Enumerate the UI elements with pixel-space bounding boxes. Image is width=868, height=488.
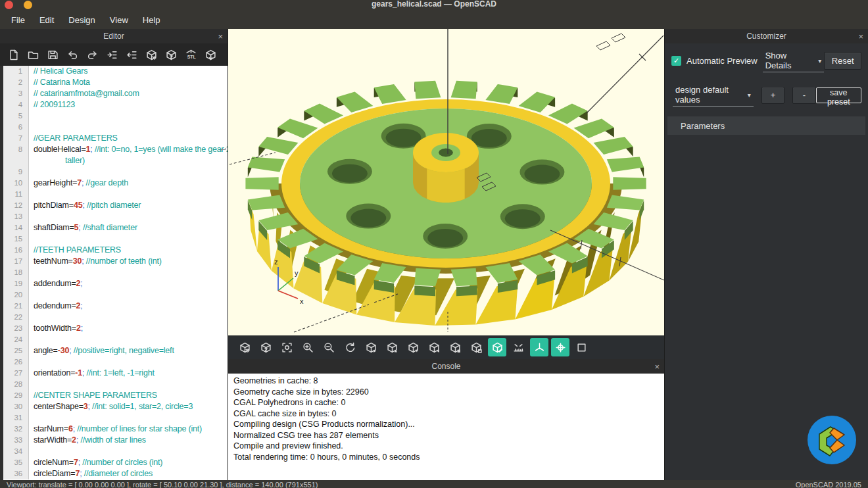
editor-close-icon[interactable]: ×	[218, 29, 223, 43]
show-details-dropdown[interactable]: Show Details ▾	[763, 49, 825, 72]
line-number: 32	[3, 424, 29, 435]
show-edges-button[interactable]	[488, 338, 506, 356]
code-line[interactable]: 10gearHeight=7; //gear depth	[3, 178, 228, 189]
view-back-button[interactable]	[467, 338, 485, 356]
code-line[interactable]: 16//TEETH PARAMETERS	[3, 245, 228, 256]
code-line[interactable]: 24	[3, 334, 228, 345]
view-bottom-button[interactable]	[404, 338, 422, 356]
line-number: 27	[3, 368, 29, 379]
customizer-row-1: ✓ Automatic Preview Show Details ▾ Reset	[665, 43, 868, 78]
code-line[interactable]: 18	[3, 267, 228, 278]
orthogonal-view-button[interactable]	[572, 338, 591, 356]
code-line[interactable]: 6	[3, 122, 228, 133]
code-line[interactable]: 17teethNum=30; //number of teeth (int)	[3, 256, 228, 267]
view-top-button[interactable]	[383, 338, 401, 356]
show-crosshairs-button[interactable]	[551, 338, 569, 356]
line-number: 22	[3, 312, 29, 323]
code-line[interactable]: 22	[3, 312, 228, 323]
code-line[interactable]: 23toothWidth=2;	[3, 323, 228, 334]
code-line[interactable]: 27orientation=-1; //int: 1=left, -1=righ…	[3, 368, 228, 379]
save-file-button[interactable]	[44, 46, 61, 63]
preview-icon	[239, 342, 251, 353]
parameters-section-header[interactable]: Parameters	[667, 116, 865, 135]
customizer-close-icon[interactable]: ×	[858, 29, 863, 43]
render-button[interactable]	[256, 338, 275, 356]
line-number: 21	[3, 301, 29, 312]
code-line[interactable]: 14shaftDiam=5; //shaft diameter	[3, 222, 228, 233]
remove-preset-button[interactable]: -	[792, 87, 815, 104]
code-line[interactable]: 5	[3, 110, 228, 122]
code-line[interactable]: 11	[3, 189, 228, 200]
menu-view[interactable]: View	[103, 12, 135, 28]
code-line[interactable]: 8doubleHelical=1; //int: 0=no, 1=yes (wi…	[3, 144, 228, 155]
redo-button[interactable]	[84, 46, 101, 63]
code-line[interactable]: 29//CENTER SHAPE PARAMETERS	[3, 390, 228, 401]
line-number: 26	[3, 356, 29, 368]
code-line[interactable]: 3// catarinamfmota@gmail.com	[3, 88, 228, 99]
gear-3d-render: zyx	[228, 29, 664, 335]
undo-button[interactable]	[64, 46, 81, 63]
editor-panel-header[interactable]: Editor ×	[0, 29, 228, 43]
export-stl-button[interactable]: STL	[182, 46, 199, 63]
customizer-panel-header[interactable]: Customizer ×	[665, 29, 868, 43]
preset-dropdown[interactable]: design default values ▾	[673, 84, 754, 107]
view-bottom-icon	[408, 342, 419, 353]
code-line[interactable]: 12pitchDiam=45; //pitch diameter	[3, 200, 228, 211]
code-line[interactable]: 7//GEAR PARAMETERS	[3, 133, 228, 144]
code-line[interactable]: 1// Helical Gears	[3, 66, 228, 77]
view-all-button[interactable]	[277, 338, 296, 356]
code-line[interactable]: 20	[3, 289, 228, 301]
code-line[interactable]: 4// 20091123	[3, 99, 228, 110]
line-number: 2	[3, 77, 29, 88]
console-panel-header[interactable]: Console ×	[228, 359, 664, 374]
console-close-icon[interactable]: ×	[654, 359, 660, 374]
menu-help[interactable]: Help	[135, 12, 168, 28]
send-to-printer-button[interactable]	[202, 46, 219, 63]
save-preset-button[interactable]: save preset	[816, 87, 861, 103]
menu-edit[interactable]: Edit	[32, 12, 61, 28]
automatic-preview-checkbox[interactable]: ✓	[671, 56, 681, 66]
code-line[interactable]: 2// Catarina Mota	[3, 77, 228, 88]
zoom-out-button[interactable]	[320, 338, 338, 356]
menu-file[interactable]: File	[4, 12, 32, 28]
render-button[interactable]	[162, 46, 180, 63]
indent-button[interactable]	[103, 46, 120, 63]
code-editor[interactable]: 1// Helical Gears2// Catarina Mota3// ca…	[0, 66, 228, 480]
code-line[interactable]: 9	[3, 166, 228, 178]
new-file-button[interactable]	[5, 46, 22, 63]
code-line[interactable]: 32starNum=6; //number of lines for star …	[3, 424, 228, 435]
code-line[interactable]: 25angle=-30; //positive=right, negative=…	[3, 345, 228, 356]
show-axes-button[interactable]	[530, 338, 548, 356]
show-scale-markers-button[interactable]	[509, 338, 527, 356]
show-axes-icon	[534, 342, 545, 353]
center-column: zyx Console × Geometries in cache: 8Geom…	[228, 29, 664, 480]
code-line[interactable]: 15	[3, 233, 228, 245]
code-line[interactable]: 28	[3, 379, 228, 390]
code-line[interactable]: taller)	[3, 155, 228, 166]
zoom-in-button[interactable]	[299, 338, 317, 356]
code-line[interactable]: 19addendum=2;	[3, 278, 228, 289]
code-line[interactable]: 30centerShape=3; //int: solid=1, star=2,…	[3, 401, 228, 412]
reset-view-button[interactable]	[341, 338, 359, 356]
add-preset-button[interactable]: +	[761, 87, 784, 104]
3d-viewport[interactable]: zyx	[228, 29, 664, 335]
preview-button[interactable]	[235, 338, 254, 356]
view-right-button[interactable]	[362, 338, 380, 356]
code-line[interactable]: 26	[3, 356, 228, 368]
code-line[interactable]: 31	[3, 412, 228, 424]
code-line[interactable]: 36circleDiam=7; //diameter of circles	[3, 468, 228, 479]
unindent-button[interactable]	[123, 46, 140, 63]
code-line[interactable]: 21dedendum=2;	[3, 301, 228, 312]
preview-button[interactable]	[143, 46, 160, 63]
console-output[interactable]: Geometries in cache: 8Geometry cache siz…	[228, 374, 664, 480]
menu-design[interactable]: Design	[61, 12, 102, 28]
code-line[interactable]: 34	[3, 446, 228, 457]
code-line[interactable]: 13	[3, 211, 228, 222]
view-left-button[interactable]	[425, 338, 443, 356]
reset-button[interactable]: Reset	[824, 52, 861, 70]
new-file-icon	[8, 49, 19, 61]
view-front-button[interactable]	[446, 338, 464, 356]
code-line[interactable]: 35circleNum=7; //number of circles (int)	[3, 457, 228, 468]
open-file-button[interactable]	[24, 46, 41, 63]
code-line[interactable]: 33starWidth=2; //width of star lines	[3, 435, 228, 446]
